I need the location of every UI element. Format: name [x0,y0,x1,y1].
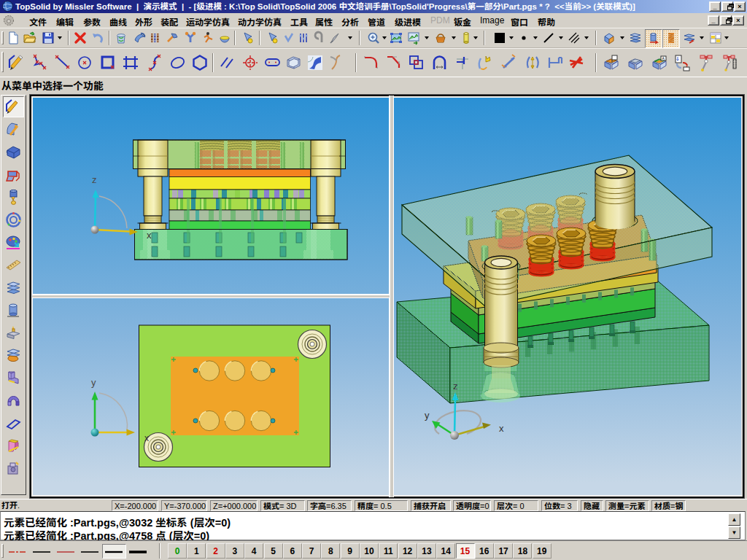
svg-text:z: z [453,381,458,392]
svg-text:z: z [92,174,97,185]
svg-text:x: x [499,423,504,434]
svg-text:x: x [144,433,149,443]
svg-text:y: y [425,410,430,421]
svg-text:x: x [147,230,152,241]
svg-text:y: y [91,377,96,388]
